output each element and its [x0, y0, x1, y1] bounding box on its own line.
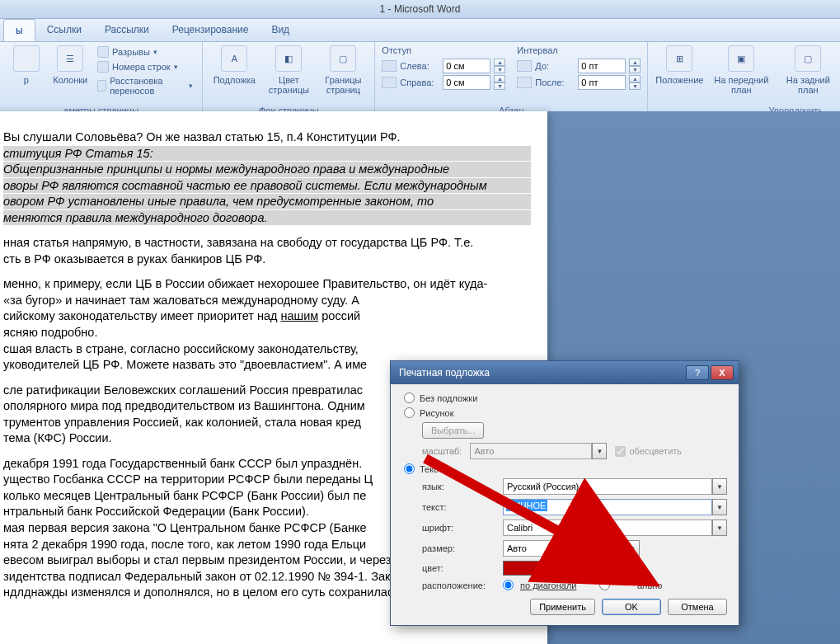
spacing-col: Интервал До:▲▼ После:▲▼ [517, 45, 641, 104]
size-input[interactable] [503, 540, 625, 557]
scale-row: масштаб: ▼ обесцветить [422, 443, 727, 459]
color-row: цвет: ▼ полупрозрачный [422, 561, 727, 576]
help-button[interactable]: ? [686, 365, 709, 380]
group-paragraph: Отступ Слева:▲▼ Справа:▲▼ Интервал До:▲▼… [375, 42, 648, 119]
lang-input[interactable] [503, 478, 712, 495]
lines-icon [97, 61, 109, 73]
font-row: шрифт:▼ [422, 519, 727, 536]
indent-col: Отступ Слева:▲▼ Справа:▲▼ [382, 45, 505, 104]
dialog-titlebar[interactable]: Печатная подложка ? X [391, 361, 739, 384]
horiz-label: ально [617, 581, 662, 590]
title-bar: 1 - Microsoft Word [0, 0, 840, 19]
dialog-buttons: Применить OK Отмена [404, 599, 727, 615]
borders-icon: ▢ [330, 45, 356, 72]
cancel-button[interactable]: Отмена [668, 599, 727, 615]
chevron-down-icon: ▾ [174, 63, 178, 71]
radio-text[interactable]: Текст [404, 463, 727, 474]
btn-bring-front[interactable]: ▣На передний план [709, 45, 773, 104]
btn-page-color[interactable]: ◧Цвет страницы [264, 45, 313, 104]
chevron-down-icon[interactable]: ▼ [541, 561, 550, 576]
font-combo[interactable]: ▼ [503, 519, 727, 536]
btn-columns[interactable]: ☰Колонки [51, 45, 91, 104]
doc-line: сшая власть в стране, согласно российско… [3, 341, 531, 357]
breaks-icon [97, 46, 109, 58]
doc-line: Вы слушали Соловьёва? Он же назвал стать… [3, 129, 531, 145]
doc-line: сть в РФ оказывается в руках банкиров ЦБ… [3, 251, 531, 267]
text-combo[interactable]: ЛИЧНОЕ▼ [503, 499, 727, 515]
apply-button[interactable]: Применить [530, 599, 595, 615]
btn-breaks[interactable]: Разрывы▾ [95, 45, 195, 59]
doc-line: овором РФ установлены иные правила, чем … [3, 194, 531, 209]
window-buttons: ? X [686, 365, 734, 380]
spinner[interactable]: ▲▼ [629, 59, 641, 73]
indent-left-input[interactable] [443, 59, 490, 73]
spacing-after-icon [517, 77, 532, 88]
btn-hyphenation[interactable]: Расстановка переносов▾ [95, 75, 195, 96]
radio-horizontal[interactable] [599, 580, 610, 590]
font-input[interactable] [503, 519, 712, 536]
chevron-down-icon[interactable]: ▼ [625, 540, 640, 557]
doc-line: менно, к примеру, если ЦБ в России обижа… [3, 276, 531, 292]
spinner[interactable]: ▲▼ [494, 75, 505, 90]
hyphen-icon [97, 80, 106, 92]
text-row: текст:ЛИЧНОЕ▼ [422, 499, 727, 515]
tab-links[interactable]: Ссылки [35, 19, 93, 41]
spacing-before-input[interactable] [578, 59, 626, 73]
lang-combo[interactable]: ▼ [503, 478, 727, 495]
dialog-body: Без подложки Рисунок Выбрать... масштаб:… [391, 384, 739, 625]
radio-diagonal[interactable] [503, 580, 514, 590]
doc-line: сийскому законодательству имеет приорите… [3, 308, 531, 324]
close-button[interactable]: X [711, 365, 734, 380]
doc-line: ясняю подробно. [3, 325, 531, 341]
tab-mailings[interactable]: Рассылки [93, 19, 161, 41]
btn-watermark[interactable]: AПодложка [209, 45, 259, 104]
doc-line: нная статья напрямую, в частности, завяз… [3, 235, 531, 251]
ribbon: р ☰Колонки Разрывы▾ Номера строк▾ Расста… [0, 42, 840, 120]
indent-right-input[interactable] [443, 75, 490, 90]
btn-position[interactable]: ⊞Положение [655, 45, 704, 104]
group-page-background: AПодложка ◧Цвет страницы ▢Границы страни… [203, 42, 375, 119]
scale-input [470, 443, 592, 459]
btn-unknown[interactable]: р [7, 45, 46, 104]
tab-view[interactable]: Вид [260, 19, 301, 41]
spacing-after-row: После:▲▼ [517, 75, 641, 90]
front-icon: ▣ [728, 45, 754, 72]
radio-picture[interactable]: Рисунок [404, 407, 727, 418]
doc-line: «за бугор» и начинает там жаловаться меж… [3, 293, 531, 308]
doc-line: меняются правила международного договора… [3, 210, 531, 226]
btn-line-numbers[interactable]: Номера строк▾ [95, 60, 195, 73]
tab-active[interactable]: ы [3, 19, 35, 41]
chevron-down-icon[interactable]: ▼ [712, 519, 727, 536]
chevron-down-icon[interactable]: ▼ [712, 478, 727, 495]
indent-left-icon [382, 60, 397, 72]
choose-row: Выбрать... [422, 422, 727, 439]
semi-check[interactable]: полупрозрачный [561, 563, 645, 574]
scale-combo: ▼ [470, 443, 607, 459]
window-title: 1 - Microsoft Word [380, 3, 461, 15]
lang-row: язык:▼ [422, 478, 727, 495]
layout-row: расположение: по диагонали ально [422, 580, 727, 590]
btn-send-back[interactable]: ▢На задний план [778, 45, 838, 104]
watermark-icon: A [221, 45, 247, 72]
btn-page-borders[interactable]: ▢Границы страниц [318, 45, 368, 104]
group-arrange: ⊞Положение ▣На передний план ▢На задний … [648, 42, 840, 119]
indent-right-row: Справа:▲▼ [382, 75, 505, 90]
spacing-after-input[interactable] [578, 75, 626, 90]
tab-review[interactable]: Рецензирование [161, 19, 260, 41]
size-row: размер:▼ [422, 540, 727, 557]
chevron-down-icon[interactable]: ▼ [712, 499, 727, 515]
size-combo[interactable]: ▼ [503, 540, 640, 557]
spinner[interactable]: ▲▼ [629, 75, 641, 90]
color-swatch[interactable] [503, 561, 541, 576]
radio-none[interactable]: Без подложки [404, 393, 727, 403]
spinner[interactable]: ▲▼ [494, 59, 505, 73]
doc-line: оворы РФ являются составной частью ее пр… [3, 178, 531, 194]
columns-icon: ☰ [57, 45, 83, 72]
watermark-dialog: Печатная подложка ? X Без подложки Рисун… [390, 360, 739, 626]
dialog-title: Печатная подложка [399, 367, 490, 378]
spacing-before-row: До:▲▼ [517, 59, 641, 73]
group-page-setup: р ☰Колонки Разрывы▾ Номера строк▾ Расста… [0, 42, 203, 119]
ok-button[interactable]: OK [602, 599, 661, 615]
position-icon: ⊞ [666, 45, 692, 72]
page-setup-stack: Разрывы▾ Номера строк▾ Расстановка перен… [95, 45, 195, 104]
